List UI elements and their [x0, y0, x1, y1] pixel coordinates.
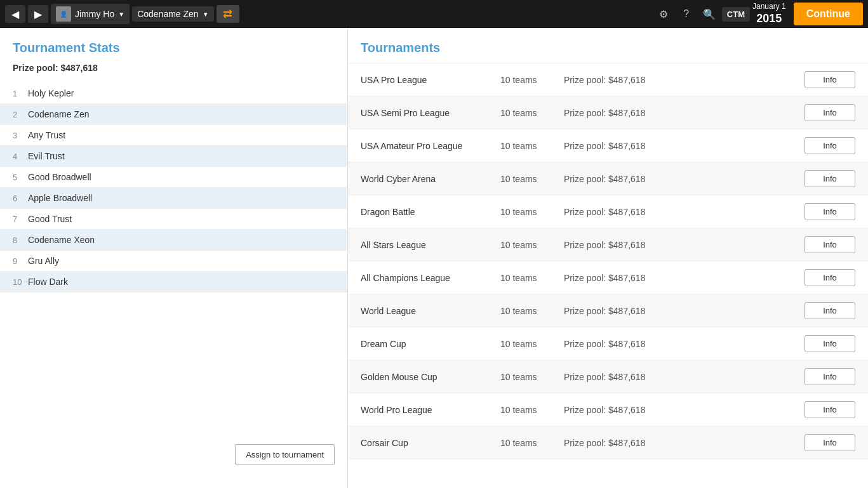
avatar: 👤	[56, 6, 71, 22]
rank-team-name: Any Trust	[28, 130, 335, 140]
settings-button[interactable]: ⚙	[653, 5, 674, 23]
ranking-item: 8Codename Xeon	[0, 230, 347, 251]
tournament-row: Golden Mouse Cup 10 teams Prize pool: $4…	[348, 360, 868, 393]
back-button[interactable]: ◀	[5, 5, 25, 23]
rank-number: 8	[13, 235, 28, 245]
prize-pool-value: $487,618	[60, 63, 97, 73]
tournament-row: USA Semi Pro League 10 teams Prize pool:…	[348, 96, 868, 129]
tournament-name: Dragon Battle	[361, 207, 500, 217]
ctm-badge: CTM	[722, 7, 750, 22]
ranking-item: 9Gru Ally	[0, 251, 347, 272]
info-button[interactable]: Info	[805, 170, 855, 187]
player-name: Jimmy Ho	[75, 9, 114, 19]
tournament-stats-title: Tournament Stats	[0, 41, 347, 63]
tournament-teams: 10 teams	[500, 306, 564, 316]
tournament-name: All Champions League	[361, 273, 500, 283]
tournaments-title: Tournaments	[348, 28, 868, 63]
rank-team-name: Codename Xeon	[28, 235, 335, 245]
tournament-teams: 10 teams	[500, 207, 564, 217]
search-button[interactable]: 🔍	[699, 5, 719, 23]
left-panel: Tournament Stats Prize pool: $487,618 1H…	[0, 28, 348, 488]
info-button[interactable]: Info	[805, 203, 855, 220]
rank-team-name: Evil Trust	[28, 151, 335, 161]
info-button[interactable]: Info	[805, 269, 855, 286]
tournament-name: USA Amateur Pro League	[361, 141, 500, 151]
tournament-prize: Prize pool: $487,618	[564, 75, 805, 85]
tournament-row: All Champions League 10 teams Prize pool…	[348, 261, 868, 294]
tournament-row: All Stars League 10 teams Prize pool: $4…	[348, 228, 868, 261]
rank-number: 2	[13, 110, 28, 119]
ranking-item: 5Good Broadwell	[0, 167, 347, 188]
right-panel: Tournaments USA Pro League 10 teams Priz…	[348, 28, 868, 488]
swap-button[interactable]: ⇄	[217, 5, 239, 23]
tournament-name: USA Pro League	[361, 75, 500, 85]
tournament-prize: Prize pool: $487,618	[564, 438, 805, 448]
info-button[interactable]: Info	[805, 401, 855, 418]
rank-number: 7	[13, 214, 28, 224]
ranking-item: 6Apple Broadwell	[0, 188, 347, 209]
info-button[interactable]: Info	[805, 104, 855, 121]
assign-btn-row: Assign to tournament	[0, 434, 347, 475]
info-button[interactable]: Info	[805, 368, 855, 385]
tournament-name: World Pro League	[361, 405, 500, 415]
tournament-name: World League	[361, 306, 500, 316]
team-name: Codename Zen	[137, 9, 199, 19]
tournament-teams: 10 teams	[500, 405, 564, 415]
tournament-row: World Cyber Arena 10 teams Prize pool: $…	[348, 162, 868, 195]
rank-team-name: Codename Zen	[28, 109, 335, 119]
info-button[interactable]: Info	[805, 335, 855, 352]
rank-number: 6	[13, 194, 28, 203]
tournament-name: Dream Cup	[361, 339, 500, 349]
team-menu[interactable]: Codename Zen ▼	[132, 6, 213, 22]
date-line1: January 1	[752, 2, 786, 12]
tournament-teams: 10 teams	[500, 141, 564, 151]
tournament-teams: 10 teams	[500, 174, 564, 184]
rank-number: 4	[13, 152, 28, 161]
prize-pool-row: Prize pool: $487,618	[0, 63, 347, 83]
team-dropdown-icon: ▼	[203, 11, 209, 18]
tournament-teams: 10 teams	[500, 108, 564, 118]
tournament-teams: 10 teams	[500, 240, 564, 250]
continue-button[interactable]: Continue	[794, 3, 863, 25]
ranking-item: 1Holy Kepler	[0, 83, 347, 104]
rank-team-name: Flow Dark	[28, 277, 335, 287]
tournament-prize: Prize pool: $487,618	[564, 306, 805, 316]
tournament-row: World Pro League 10 teams Prize pool: $4…	[348, 393, 868, 426]
date-year: 2015	[752, 11, 786, 26]
ranking-list: 1Holy Kepler2Codename Zen3Any Trust4Evil…	[0, 83, 347, 434]
tournament-row: Dragon Battle 10 teams Prize pool: $487,…	[348, 195, 868, 228]
profile-menu[interactable]: 👤 Jimmy Ho ▼	[51, 4, 130, 24]
info-button[interactable]: Info	[805, 71, 855, 88]
tournament-row: World League 10 teams Prize pool: $487,6…	[348, 294, 868, 327]
info-button[interactable]: Info	[805, 302, 855, 319]
info-button[interactable]: Info	[805, 137, 855, 154]
tournament-name: Golden Mouse Cup	[361, 372, 500, 382]
tournament-prize: Prize pool: $487,618	[564, 108, 805, 118]
rank-team-name: Gru Ally	[28, 256, 335, 266]
tournament-prize: Prize pool: $487,618	[564, 240, 805, 250]
tournament-row: Corsair Cup 10 teams Prize pool: $487,61…	[348, 426, 868, 459]
topbar: ◀ ▶ 👤 Jimmy Ho ▼ Codename Zen ▼ ⇄ ⚙ ? 🔍 …	[0, 0, 868, 28]
date-display: January 1 2015	[752, 2, 786, 27]
tournaments-list[interactable]: USA Pro League 10 teams Prize pool: $487…	[348, 63, 868, 488]
tournament-prize: Prize pool: $487,618	[564, 372, 805, 382]
tournament-teams: 10 teams	[500, 438, 564, 448]
tournament-prize: Prize pool: $487,618	[564, 273, 805, 283]
info-button[interactable]: Info	[805, 434, 855, 451]
tournament-prize: Prize pool: $487,618	[564, 405, 805, 415]
rank-team-name: Holy Kepler	[28, 88, 335, 98]
ranking-item: 2Codename Zen	[0, 104, 347, 125]
assign-tournament-button[interactable]: Assign to tournament	[235, 444, 335, 465]
rank-team-name: Good Trust	[28, 214, 335, 224]
tournament-row: USA Amateur Pro League 10 teams Prize po…	[348, 129, 868, 162]
ranking-item: 3Any Trust	[0, 125, 347, 146]
tournament-row: Dream Cup 10 teams Prize pool: $487,618 …	[348, 327, 868, 360]
main-content: Tournament Stats Prize pool: $487,618 1H…	[0, 28, 868, 488]
help-button[interactable]: ?	[676, 5, 697, 23]
info-button[interactable]: Info	[805, 236, 855, 253]
tournament-teams: 10 teams	[500, 75, 564, 85]
rank-team-name: Good Broadwell	[28, 172, 335, 182]
tournament-prize: Prize pool: $487,618	[564, 174, 805, 184]
prize-pool-label: Prize pool:	[13, 63, 58, 73]
forward-button[interactable]: ▶	[28, 5, 48, 23]
